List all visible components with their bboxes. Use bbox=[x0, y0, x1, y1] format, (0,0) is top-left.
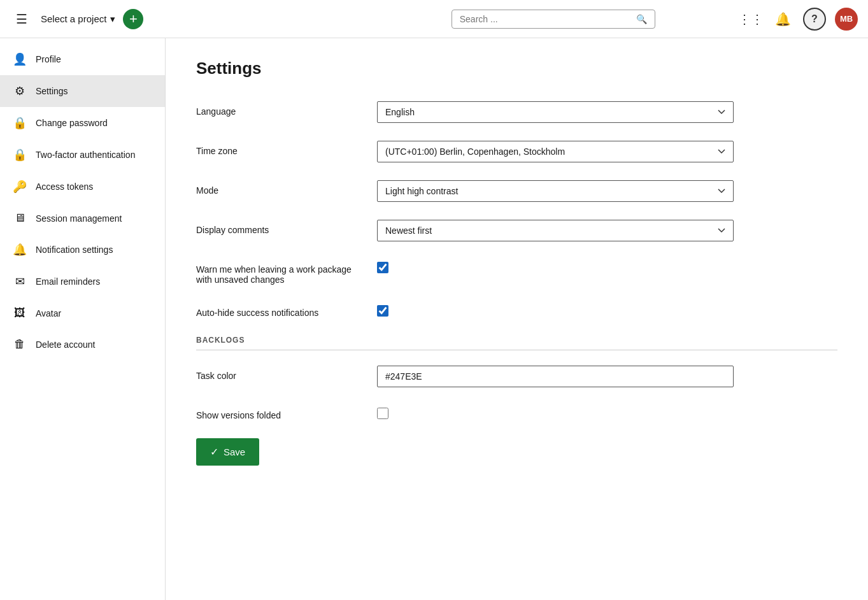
sidebar-item-session-management[interactable]: 🖥 Session management bbox=[0, 203, 165, 234]
timezone-label: Time zone bbox=[196, 141, 362, 156]
change-password-icon: 🔒 bbox=[13, 116, 27, 130]
project-selector-chevron: ▾ bbox=[110, 13, 115, 25]
autohide-checkbox[interactable] bbox=[377, 305, 388, 317]
mode-label: Mode bbox=[196, 180, 362, 196]
profile-icon: 👤 bbox=[13, 52, 27, 66]
search-box: 🔍 bbox=[452, 10, 655, 29]
warn-control bbox=[377, 259, 734, 273]
sidebar-item-email-reminders[interactable]: ✉ Email reminders bbox=[0, 266, 165, 297]
sidebar-item-profile-label: Profile bbox=[36, 54, 61, 64]
warn-label: Warn me when leaving a work package with… bbox=[196, 259, 362, 285]
task-color-control bbox=[377, 366, 734, 387]
notifications-button[interactable]: 🔔 bbox=[771, 8, 794, 31]
sidebar-item-email-reminders-label: Email reminders bbox=[36, 276, 100, 287]
autohide-label: Auto-hide success notifications bbox=[196, 303, 362, 318]
settings-icon: ⚙ bbox=[13, 84, 27, 98]
two-factor-icon: 🔒 bbox=[13, 148, 27, 162]
delete-account-icon: 🗑 bbox=[13, 338, 27, 351]
project-selector-label: Select a project bbox=[41, 13, 106, 24]
display-comments-control: Newest first bbox=[377, 220, 734, 241]
autohide-control bbox=[377, 303, 734, 317]
access-tokens-icon: 🔑 bbox=[13, 180, 27, 194]
main-layout: 👤 Profile ⚙ Settings 🔒 Change password 🔒… bbox=[0, 38, 868, 600]
topnav-right: ⋮⋮ 🔔 ? MB bbox=[739, 8, 858, 31]
hamburger-button[interactable]: ☰ bbox=[10, 8, 33, 31]
display-comments-label: Display comments bbox=[196, 220, 362, 235]
sidebar-item-delete-account-label: Delete account bbox=[36, 339, 95, 350]
task-color-row: Task color bbox=[196, 366, 837, 387]
show-versions-row: Show versions folded bbox=[196, 405, 837, 420]
timezone-row: Time zone (UTC+01:00) Berlin, Copenhagen… bbox=[196, 141, 837, 162]
mode-select[interactable]: Light high contrast bbox=[377, 180, 734, 202]
save-check-icon: ✓ bbox=[210, 446, 218, 458]
topnav: ☰ Select a project ▾ + 🔍 ⋮⋮ 🔔 ? MB bbox=[0, 0, 868, 38]
session-management-icon: 🖥 bbox=[13, 211, 27, 225]
timezone-select[interactable]: (UTC+01:00) Berlin, Copenhagen, Stockhol… bbox=[377, 141, 734, 162]
language-row: Language English bbox=[196, 101, 837, 123]
sidebar-item-delete-account[interactable]: 🗑 Delete account bbox=[0, 329, 165, 360]
save-button-label: Save bbox=[224, 446, 245, 457]
sidebar-item-session-management-label: Session management bbox=[36, 213, 122, 224]
project-selector[interactable]: Select a project ▾ bbox=[41, 13, 115, 25]
warn-row: Warn me when leaving a work package with… bbox=[196, 259, 837, 285]
backlogs-section-label: BACKLOGS bbox=[196, 336, 837, 350]
sidebar-item-notification-settings[interactable]: 🔔 Notification settings bbox=[0, 234, 165, 266]
warn-checkbox[interactable] bbox=[377, 262, 388, 273]
sidebar-item-two-factor[interactable]: 🔒 Two-factor authentication bbox=[0, 139, 165, 171]
task-color-label: Task color bbox=[196, 366, 362, 381]
avatar-icon: 🖼 bbox=[13, 306, 27, 320]
topnav-left: ☰ Select a project ▾ + bbox=[10, 8, 367, 31]
avatar-button[interactable]: MB bbox=[835, 8, 858, 31]
display-comments-row: Display comments Newest first bbox=[196, 220, 837, 241]
sidebar-item-access-tokens[interactable]: 🔑 Access tokens bbox=[0, 171, 165, 203]
sidebar-item-notification-settings-label: Notification settings bbox=[36, 245, 113, 255]
save-button[interactable]: ✓ Save bbox=[196, 438, 259, 466]
show-versions-checkbox[interactable] bbox=[377, 408, 388, 419]
email-reminders-icon: ✉ bbox=[13, 275, 27, 289]
page-title: Settings bbox=[196, 59, 837, 78]
sidebar-item-profile[interactable]: 👤 Profile bbox=[0, 43, 165, 75]
language-control: English bbox=[377, 101, 734, 123]
show-versions-label: Show versions folded bbox=[196, 405, 362, 420]
help-button[interactable]: ? bbox=[803, 8, 826, 31]
sidebar-item-avatar[interactable]: 🖼 Avatar bbox=[0, 297, 165, 329]
mode-control: Light high contrast bbox=[377, 180, 734, 202]
content-area: Settings Language English Time zone (UTC… bbox=[166, 38, 868, 600]
display-comments-select[interactable]: Newest first bbox=[377, 220, 734, 241]
notification-settings-icon: 🔔 bbox=[13, 243, 27, 257]
sidebar-item-settings-label: Settings bbox=[36, 86, 68, 96]
sidebar-item-two-factor-label: Two-factor authentication bbox=[36, 150, 135, 160]
task-color-input[interactable] bbox=[377, 366, 734, 387]
autohide-row: Auto-hide success notifications bbox=[196, 303, 837, 318]
sidebar-item-access-tokens-label: Access tokens bbox=[36, 182, 93, 192]
sidebar-item-avatar-label: Avatar bbox=[36, 308, 61, 318]
backlogs-divider: BACKLOGS bbox=[196, 336, 837, 350]
mode-row: Mode Light high contrast bbox=[196, 180, 837, 202]
sidebar-item-settings[interactable]: ⚙ Settings bbox=[0, 75, 165, 107]
search-input[interactable] bbox=[460, 14, 631, 24]
language-select[interactable]: English bbox=[377, 101, 734, 123]
sidebar-item-change-password[interactable]: 🔒 Change password bbox=[0, 107, 165, 139]
show-versions-control bbox=[377, 405, 734, 419]
sidebar: 👤 Profile ⚙ Settings 🔒 Change password 🔒… bbox=[0, 38, 166, 600]
grid-button[interactable]: ⋮⋮ bbox=[739, 8, 762, 31]
sidebar-item-change-password-label: Change password bbox=[36, 118, 108, 128]
timezone-control: (UTC+01:00) Berlin, Copenhagen, Stockhol… bbox=[377, 141, 734, 162]
topnav-center: 🔍 bbox=[375, 10, 732, 29]
language-label: Language bbox=[196, 101, 362, 117]
search-icon: 🔍 bbox=[636, 14, 647, 24]
add-project-button[interactable]: + bbox=[123, 9, 143, 29]
